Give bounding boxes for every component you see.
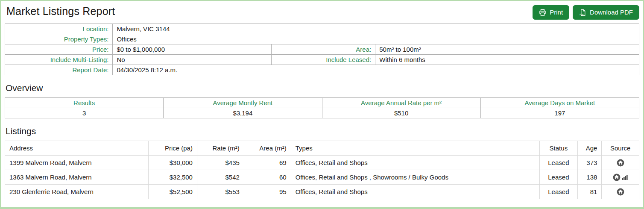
detail-label-location: Location: bbox=[5, 24, 113, 34]
detail-value-report-date: 04/30/2025 8:12 a.m. bbox=[113, 65, 639, 75]
listing-source-icons bbox=[606, 159, 635, 167]
overview-values-row: 3 $3,194 $510 197 bbox=[5, 108, 639, 118]
print-button-label: Print bbox=[550, 9, 563, 16]
detail-row-multilisting-leased: Include Multi-Listing: No Include Leased… bbox=[5, 55, 639, 65]
svg-text:PDF: PDF bbox=[580, 14, 584, 16]
listings-heading: Listings bbox=[6, 126, 639, 136]
overview-col-avg-annual-rate: Average Annual Rate per m² bbox=[322, 98, 480, 108]
detail-label-property-types: Property Types: bbox=[5, 34, 113, 44]
detail-row-report-date: Report Date: 04/30/2025 8:12 a.m. bbox=[5, 65, 639, 75]
detail-value-price: $0 to $1,000,000 bbox=[113, 44, 271, 55]
listings-col-status: Status bbox=[539, 141, 577, 156]
detail-row-location: Location: Malvern, VIC 3144 bbox=[5, 24, 639, 34]
market-listings-report-page: Market Listings Report Print bbox=[1, 1, 643, 199]
download-pdf-button[interactable]: PDF Download PDF bbox=[573, 5, 639, 20]
listing-age: 138 bbox=[577, 170, 601, 185]
listings-col-rate: Rate (m²) bbox=[197, 141, 244, 156]
home-source-icon[interactable] bbox=[613, 174, 621, 181]
listing-types: Offices, Retail and Shops , Showrooms / … bbox=[291, 170, 539, 185]
listing-area: 60 bbox=[244, 170, 291, 185]
bar-chart-source-icon[interactable] bbox=[622, 174, 628, 180]
listing-types: Offices, Retail and Shops bbox=[291, 156, 539, 170]
detail-label-multi-listing: Include Multi-Listing: bbox=[5, 55, 113, 65]
detail-value-property-types: Offices bbox=[113, 34, 639, 44]
home-source-icon[interactable] bbox=[617, 159, 624, 167]
report-header: Market Listings Report Print bbox=[5, 3, 639, 20]
listing-rate: $553 bbox=[197, 185, 244, 199]
listings-header-row: Address Price (pa) Rate (m²) Area (m²) T… bbox=[5, 141, 639, 156]
listing-age: 373 bbox=[577, 156, 601, 170]
detail-value-area: 50m² to 100m² bbox=[375, 44, 639, 55]
listings-col-age: Age bbox=[577, 141, 601, 156]
overview-heading: Overview bbox=[6, 83, 639, 93]
detail-value-multi-listing: No bbox=[113, 55, 271, 65]
detail-value-location: Malvern, VIC 3144 bbox=[113, 24, 639, 34]
overview-col-results: Results bbox=[5, 98, 164, 108]
overview-col-avg-days-on-market: Average Days on Market bbox=[480, 98, 639, 108]
listing-row: 230 Glenferrie Road, Malvern $52,500 $55… bbox=[5, 185, 639, 199]
overview-table: Results Average Montly Rent Average Annu… bbox=[5, 97, 639, 118]
printer-icon bbox=[539, 9, 546, 16]
listing-price: $52,500 bbox=[148, 185, 197, 199]
print-button[interactable]: Print bbox=[533, 5, 569, 20]
listing-row: 1399 Malvern Road, Malvern $30,000 $435 … bbox=[5, 156, 639, 170]
listings-col-address: Address bbox=[5, 141, 149, 156]
detail-row-property-types: Property Types: Offices bbox=[5, 34, 639, 44]
listing-source-icons bbox=[606, 188, 635, 196]
listings-table: Address Price (pa) Rate (m²) Area (m²) T… bbox=[5, 141, 639, 199]
listing-address: 1363 Malvern Road, Malvern bbox=[5, 170, 149, 185]
page-title: Market Listings Report bbox=[6, 5, 115, 18]
overview-value-results: 3 bbox=[5, 108, 164, 118]
report-details-table: Location: Malvern, VIC 3144 Property Typ… bbox=[5, 24, 639, 75]
listing-area: 95 bbox=[244, 185, 291, 199]
overview-value-avg-annual-rate: $510 bbox=[322, 108, 480, 118]
listing-price: $30,000 bbox=[148, 156, 197, 170]
listing-status: Leased bbox=[539, 156, 577, 170]
overview-col-avg-monthly-rent: Average Montly Rent bbox=[164, 98, 322, 108]
detail-label-price: Price: bbox=[5, 44, 113, 55]
listing-source-icons bbox=[606, 174, 635, 181]
download-pdf-button-label: Download PDF bbox=[590, 9, 633, 16]
listings-col-price: Price (pa) bbox=[148, 141, 197, 156]
listing-rate: $435 bbox=[197, 156, 244, 170]
listing-types: Offices, Retail and Shops bbox=[291, 185, 539, 199]
detail-label-area: Area: bbox=[271, 44, 375, 55]
listing-status: Leased bbox=[539, 170, 577, 185]
listings-col-types: Types bbox=[291, 141, 539, 156]
listing-rate: $542 bbox=[197, 170, 244, 185]
overview-header-row: Results Average Montly Rent Average Annu… bbox=[5, 98, 639, 108]
listings-col-source: Source bbox=[602, 141, 639, 156]
header-actions: Print PDF Download PDF bbox=[533, 5, 639, 20]
detail-label-report-date: Report Date: bbox=[5, 65, 113, 75]
listing-status: Leased bbox=[539, 185, 577, 199]
overview-value-avg-days-on-market: 197 bbox=[480, 108, 639, 118]
listings-col-area: Area (m²) bbox=[244, 141, 291, 156]
listing-area: 69 bbox=[244, 156, 291, 170]
detail-value-include-leased: Within 6 months bbox=[375, 55, 639, 65]
home-source-icon[interactable] bbox=[617, 188, 624, 196]
listing-address: 1399 Malvern Road, Malvern bbox=[5, 156, 149, 170]
detail-label-include-leased: Include Leased: bbox=[271, 55, 375, 65]
listing-address: 230 Glenferrie Road, Malvern bbox=[5, 185, 149, 199]
listing-price: $32,500 bbox=[148, 170, 197, 185]
overview-value-avg-monthly-rent: $3,194 bbox=[164, 108, 322, 118]
pdf-file-icon: PDF bbox=[579, 9, 586, 16]
listing-row: 1363 Malvern Road, Malvern $32,500 $542 … bbox=[5, 170, 639, 185]
detail-row-price-area: Price: $0 to $1,000,000 Area: 50m² to 10… bbox=[5, 44, 639, 55]
listing-age: 81 bbox=[577, 185, 601, 199]
